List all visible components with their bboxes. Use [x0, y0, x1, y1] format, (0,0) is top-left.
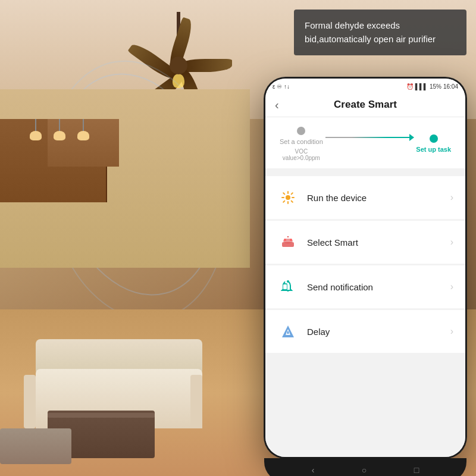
step-2-label: Set up task [416, 145, 451, 154]
step-1: Set a condition VOCvalue>0.0ppm [280, 127, 323, 161]
select-smart-item[interactable]: Select Smart › [265, 221, 465, 264]
pendant-light-1 [30, 119, 42, 137]
notification-icon-wrap [277, 276, 299, 298]
select-smart-chevron: › [450, 237, 453, 248]
svg-line-5 [283, 193, 284, 195]
delay-icon-wrap [277, 321, 299, 342]
menu-list: Run the device › Select Smart [265, 169, 465, 457]
svg-rect-16 [283, 284, 287, 289]
nav-home-button[interactable]: ○ [362, 465, 367, 475]
ottoman [0, 428, 71, 464]
svg-line-6 [292, 201, 293, 202]
status-left: ε ♾ ↑↓ [273, 83, 290, 90]
step-1-label: Set a condition [280, 137, 323, 146]
nav-recent-button[interactable]: □ [414, 465, 419, 475]
step-1-sub: VOCvalue>0.0ppm [283, 148, 320, 161]
notification-label: Send notification [307, 282, 450, 292]
notification-icon [281, 280, 295, 294]
delay-icon [281, 324, 295, 339]
header-title: Create Smart [334, 99, 397, 111]
svg-point-11 [284, 239, 286, 241]
info-box: Formal dehyde exceeds bid,automatically … [294, 10, 466, 55]
delay-item[interactable]: Delay › [265, 310, 465, 353]
status-icons: ε ♾ ↑↓ [273, 83, 290, 90]
select-smart-icon-wrap [277, 231, 299, 253]
app-header: ‹ Create Smart [265, 93, 465, 117]
svg-point-12 [290, 239, 292, 241]
clock-time: 16:04 [443, 83, 458, 90]
phone-body: ε ♾ ↑↓ ⏰ ▌▌▌ 15% 16:04 ‹ Create Smart Se… [264, 77, 466, 458]
phone-screen: ε ♾ ↑↓ ⏰ ▌▌▌ 15% 16:04 ‹ Create Smart Se… [265, 79, 465, 457]
signal-bars: ▌▌▌ [415, 83, 428, 90]
phone-nav-bar: ‹ ○ □ [264, 458, 466, 476]
run-device-chevron: › [450, 192, 453, 203]
step-1-dot [297, 127, 305, 135]
run-device-label: Run the device [307, 193, 450, 203]
status-bar: ε ♾ ↑↓ ⏰ ▌▌▌ 15% 16:04 [265, 79, 465, 93]
delay-chevron: › [450, 326, 453, 337]
svg-line-8 [283, 201, 284, 202]
arrow-head [409, 134, 414, 141]
delay-label: Delay [307, 327, 450, 337]
progress-stepper: Set a condition VOCvalue>0.0ppm Set up t… [265, 117, 465, 169]
status-right: ⏰ ▌▌▌ 15% 16:04 [406, 83, 458, 90]
nav-back-button[interactable]: ‹ [312, 465, 315, 475]
run-device-item[interactable]: Run the device › [265, 176, 465, 220]
back-button[interactable]: ‹ [275, 98, 279, 112]
svg-point-0 [286, 195, 290, 200]
svg-line-7 [292, 193, 293, 195]
pendant-light-2 [54, 119, 65, 137]
battery-level: 15% [430, 83, 441, 90]
step-connector [325, 137, 414, 138]
svg-point-14 [287, 280, 289, 283]
step-2: Set up task [416, 134, 451, 154]
pendant-light-3 [77, 119, 89, 137]
step-2-dot [430, 134, 438, 143]
run-device-icon-wrap [277, 187, 299, 208]
info-text: Formal dehyde exceeds bid,automatically … [305, 20, 436, 44]
send-notification-item[interactable]: Send notification › [265, 265, 465, 309]
select-smart-label: Select Smart [307, 237, 450, 248]
sun-icon [281, 190, 295, 205]
phone-mockup: ε ♾ ↑↓ ⏰ ▌▌▌ 15% 16:04 ‹ Create Smart Se… [264, 77, 466, 458]
notification-chevron: › [450, 281, 453, 292]
smart-icon [281, 235, 295, 249]
alarm-icon: ⏰ [406, 83, 414, 90]
